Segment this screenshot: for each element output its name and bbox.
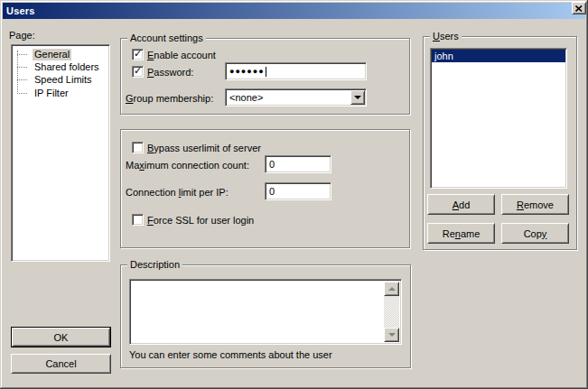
- connection-limit-per-ip-label: Connection limit per IP:: [126, 187, 229, 199]
- force-ssl-checkbox[interactable]: ✓: [132, 214, 144, 226]
- connection-limit-per-ip-field[interactable]: 0: [265, 182, 331, 200]
- description-group: Description You can enter some comments …: [120, 264, 411, 368]
- add-button[interactable]: Add: [427, 194, 495, 215]
- enable-account-checkbox[interactable]: ✓: [132, 49, 144, 60]
- description-textarea[interactable]: [129, 279, 402, 345]
- remove-button[interactable]: Remove: [501, 194, 569, 215]
- users-dialog: Users Page: General Shared folders Speed…: [0, 0, 588, 389]
- text-caret: [266, 67, 266, 77]
- enable-account-label: Enable account: [147, 50, 216, 61]
- rename-button[interactable]: Rename: [427, 223, 495, 244]
- title-bar[interactable]: Users: [3, 3, 585, 19]
- close-icon: [575, 5, 583, 12]
- check-icon: ✓: [134, 48, 142, 60]
- cancel-button[interactable]: Cancel: [11, 354, 111, 374]
- bypass-userlimit-label: Bypass userlimit of server: [147, 143, 261, 154]
- description-hint: You can enter some comments about the us…: [129, 349, 332, 360]
- combo-dropdown-button[interactable]: [350, 90, 365, 105]
- force-ssl-label: Force SSL for user login: [147, 215, 254, 227]
- description-group-title: Description: [127, 259, 182, 271]
- page-tree[interactable]: General Shared folders Speed Limits IP F…: [11, 44, 110, 262]
- tree-item-ip-filter[interactable]: IP Filter: [12, 87, 109, 99]
- group-membership-select[interactable]: <none>: [225, 88, 367, 107]
- close-button[interactable]: [572, 2, 586, 14]
- check-icon: ✓: [134, 65, 142, 77]
- password-checkbox[interactable]: ✓: [132, 66, 144, 78]
- copy-button[interactable]: Copy: [501, 223, 569, 244]
- chevron-down-icon: [354, 96, 361, 99]
- page-label: Page:: [9, 30, 35, 42]
- scroll-down-button[interactable]: [384, 328, 399, 342]
- users-group: Users john Add Remove Rename Copy: [423, 36, 577, 250]
- bypass-userlimit-checkbox[interactable]: ✓: [132, 142, 144, 153]
- list-item-user[interactable]: john: [432, 50, 565, 62]
- password-field[interactable]: ●●●●●●: [225, 62, 367, 80]
- tree-item-speed-limits[interactable]: Speed Limits: [12, 73, 109, 86]
- arrow-down-icon: [388, 333, 396, 337]
- max-connection-count-field[interactable]: 0: [265, 155, 331, 173]
- ok-button[interactable]: OK: [12, 328, 110, 347]
- max-connection-count-label: Maximum connection count:: [126, 160, 249, 171]
- description-scrollbar[interactable]: [384, 282, 399, 342]
- ok-button-ring: OK: [11, 327, 111, 347]
- group-membership-label: Group membership:: [126, 93, 213, 105]
- tree-item-general[interactable]: General: [12, 48, 109, 60]
- users-group-title: Users: [430, 31, 462, 42]
- arrow-up-icon: [388, 287, 396, 291]
- scroll-up-button[interactable]: [384, 282, 399, 296]
- password-label: Password:: [147, 67, 193, 79]
- users-listbox[interactable]: john: [430, 48, 567, 189]
- account-settings-group-title: Account settings: [127, 32, 206, 44]
- window-title: Users: [6, 5, 35, 16]
- tree-item-shared-folders[interactable]: Shared folders: [12, 60, 109, 73]
